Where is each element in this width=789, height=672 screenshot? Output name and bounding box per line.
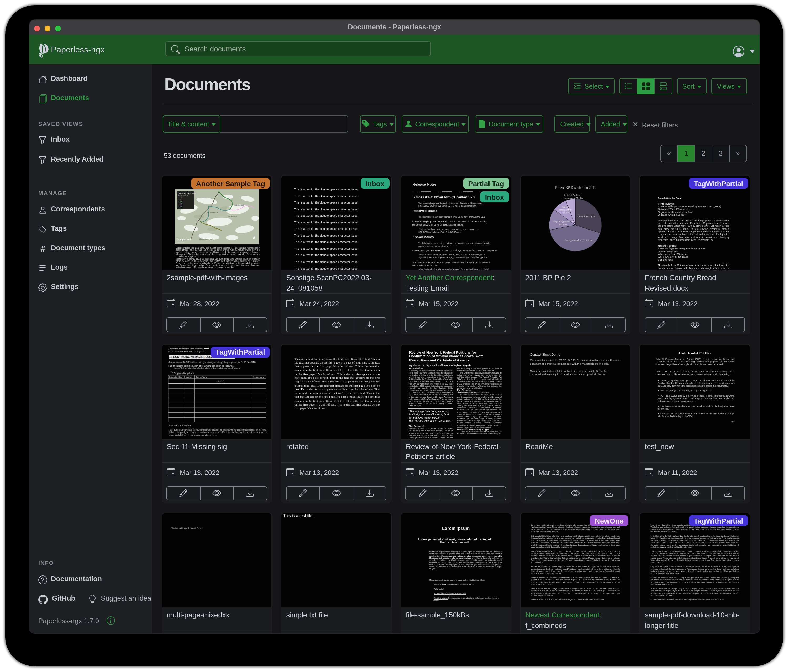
svg-text:©2022 Google: ©2022 Google xyxy=(177,242,185,243)
svg-text:65, 13%: 65, 13% xyxy=(559,223,567,226)
svg-text:𝒩\𝒜: 𝒩\𝒜 xyxy=(216,379,224,383)
svg-text:Day1: Day1 xyxy=(179,199,183,201)
svg-text:44, 9%: 44, 9% xyxy=(562,211,569,214)
svg-text:Half Day Island: Half Day Island xyxy=(228,215,237,217)
svg-text:6+ days in BWCA: 6+ days in BWCA xyxy=(178,195,188,196)
svg-text:Isolated Systolic: Isolated Systolic xyxy=(564,194,580,196)
svg-text:Contact Hours: Contact Hours xyxy=(252,376,264,378)
svg-text:Stage 2: Stage 2 xyxy=(562,206,570,209)
svg-text:Normal, 151, 30%: Normal, 151, 30% xyxy=(577,215,595,218)
svg-text:Day2: Day2 xyxy=(179,201,183,202)
svg-text:Manitou Charles Island: Manitou Charles Island xyxy=(200,239,213,240)
svg-text:Hypertension, 31, 6%: Hypertension, 31, 6% xyxy=(561,197,583,199)
svg-text:Completion Date: Completion Date xyxy=(169,376,182,378)
svg-text:Max Holbeinard A: Max Holbeinard A xyxy=(207,212,217,213)
svg-text:Course Name: Course Name xyxy=(196,376,206,378)
svg-text:Stage 1 Hypertension,: Stage 1 Hypertension, xyxy=(552,220,574,223)
svg-text:Boundary Waters Trip: Boundary Waters Trip xyxy=(178,192,196,194)
svg-text:Hypertension,: Hypertension, xyxy=(559,209,572,211)
svg-text:Day4: Day4 xyxy=(179,204,183,205)
svg-text:Google Earth: Google Earth xyxy=(177,238,191,241)
svg-text:Day3: Day3 xyxy=(179,202,183,204)
svg-text:Legend: Legend xyxy=(178,197,182,199)
svg-text:Pre-hypertension , 212, 42%: Pre-hypertension , 212, 42% xyxy=(564,239,593,242)
svg-text:Day5: Day5 xyxy=(179,206,183,207)
svg-text:Mauserie Island: Mauserie Island xyxy=(234,204,244,206)
svg-text:Patient BP Distribution 2011: Patient BP Distribution 2011 xyxy=(554,186,596,189)
svg-text:Provider #: Provider # xyxy=(184,376,192,378)
